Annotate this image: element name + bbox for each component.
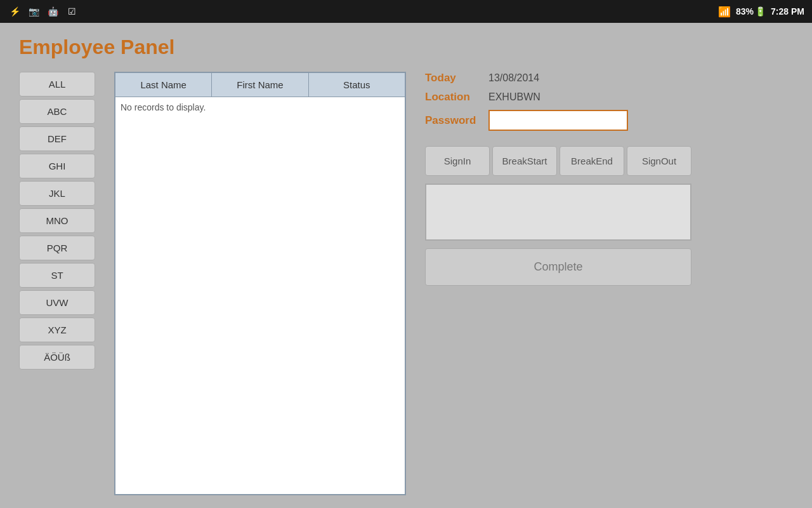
today-value: 13/08/2014 bbox=[488, 72, 691, 84]
right-panel: Today 13/08/2014 Location EXHUBWN Passwo… bbox=[425, 72, 691, 495]
sign-in-button[interactable]: SignIn bbox=[425, 146, 490, 176]
filter-buttons-panel: ALLABCDEFGHIJKLMNOPQRSTUVWXYZÄÖÜß bbox=[19, 72, 95, 495]
status-bar-right: 📶 83% 🔋 7:28 PM bbox=[718, 6, 804, 18]
battery-indicator: 83% 🔋 bbox=[736, 6, 766, 17]
filter-btn-st[interactable]: ST bbox=[19, 263, 95, 288]
location-label: Location bbox=[425, 91, 488, 104]
android-icon: 🤖 bbox=[46, 4, 60, 18]
filter-btn-ghi[interactable]: GHI bbox=[19, 154, 95, 178]
break-start-button[interactable]: BreakStart bbox=[492, 146, 557, 176]
page-title: Employee Panel bbox=[19, 36, 793, 59]
usb-icon: ⚡ bbox=[8, 4, 22, 18]
employee-table-container: Last Name First Name Status No records t… bbox=[114, 72, 406, 495]
clock: 7:28 PM bbox=[771, 6, 804, 17]
location-value: EXHUBWN bbox=[488, 91, 691, 103]
filter-btn-all[interactable]: ALL bbox=[19, 72, 95, 97]
column-status: Status bbox=[309, 73, 405, 97]
info-grid: Today 13/08/2014 Location EXHUBWN Passwo… bbox=[425, 72, 691, 131]
today-label: Today bbox=[425, 72, 488, 84]
wifi-icon: 📶 bbox=[718, 6, 731, 18]
screenshot-icon: 📷 bbox=[27, 4, 41, 18]
password-label: Password bbox=[425, 114, 488, 127]
column-last-name: Last Name bbox=[115, 73, 212, 97]
status-bar-left: ⚡ 📷 🤖 ☑ bbox=[8, 4, 79, 18]
panel-body: ALLABCDEFGHIJKLMNOPQRSTUVWXYZÄÖÜß Last N… bbox=[19, 72, 793, 495]
column-first-name: First Name bbox=[212, 73, 308, 97]
task-icon: ☑ bbox=[65, 4, 79, 18]
filter-btn-xyz[interactable]: XYZ bbox=[19, 318, 95, 342]
filter-btn-uvw[interactable]: UVW bbox=[19, 290, 95, 315]
filter-btn-jkl[interactable]: JKL bbox=[19, 181, 95, 206]
filter-btn-mno[interactable]: MNO bbox=[19, 208, 95, 233]
battery-percent: 83% bbox=[736, 6, 754, 17]
main-content: Employee Panel ALLABCDEFGHIJKLMNOPQRSTUV… bbox=[0, 23, 812, 508]
battery-icon: 🔋 bbox=[755, 6, 766, 17]
status-bar: ⚡ 📷 🤖 ☑ 📶 83% 🔋 7:28 PM bbox=[0, 0, 812, 23]
action-buttons: SignIn BreakStart BreakEnd SignOut bbox=[425, 146, 691, 176]
complete-button[interactable]: Complete bbox=[425, 248, 691, 286]
password-input[interactable] bbox=[488, 110, 628, 131]
message-area bbox=[425, 184, 691, 241]
table-header: Last Name First Name Status bbox=[115, 73, 405, 97]
table-body: No records to display. bbox=[115, 97, 405, 494]
break-end-button[interactable]: BreakEnd bbox=[560, 146, 624, 176]
no-records-message: No records to display. bbox=[121, 102, 400, 112]
filter-btn-abc[interactable]: ABC bbox=[19, 99, 95, 124]
filter-btn-def[interactable]: DEF bbox=[19, 126, 95, 151]
sign-out-button[interactable]: SignOut bbox=[627, 146, 691, 176]
filter-btn-pqr[interactable]: PQR bbox=[19, 236, 95, 260]
filter-btn-special[interactable]: ÄÖÜß bbox=[19, 345, 95, 370]
